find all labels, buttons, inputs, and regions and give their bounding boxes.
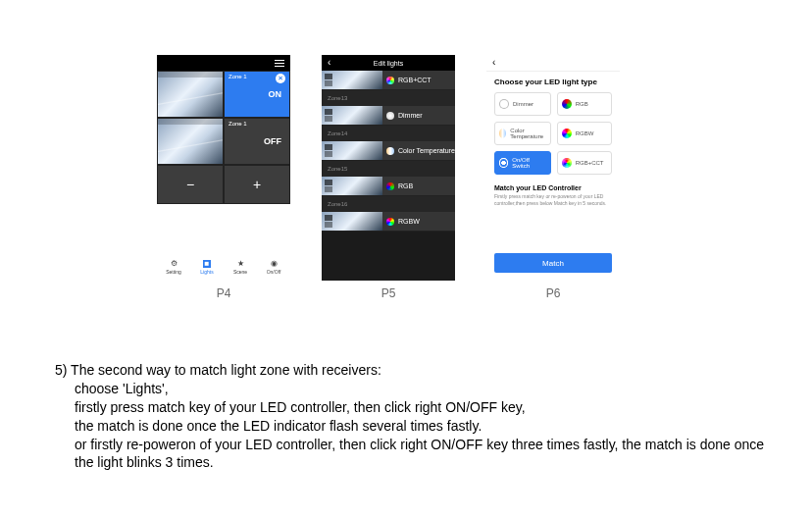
- p5-title: Edit lights: [374, 60, 403, 67]
- nav-label: On/Off: [267, 269, 281, 275]
- nav-setting[interactable]: ⚙Setting: [157, 253, 190, 281]
- instr-line: choose 'Lights',: [55, 380, 773, 398]
- back-icon[interactable]: ‹: [328, 57, 330, 68]
- zone-divider: Zone13: [322, 90, 455, 106]
- nav-label: Lights: [200, 269, 213, 275]
- list-item[interactable]: Dimmer: [322, 106, 455, 126]
- p6-header: ‹: [486, 55, 620, 72]
- caption-p6: P6: [486, 286, 620, 300]
- rgbcct-icon: [562, 158, 572, 168]
- zone-state-off: OFF: [264, 136, 281, 146]
- zone-thumbnail: [322, 71, 382, 89]
- minus-button[interactable]: −: [157, 165, 224, 204]
- dimmer-icon: [499, 99, 509, 109]
- p5-header: ‹ Edit lights: [322, 55, 455, 71]
- rgbw-icon: [562, 129, 572, 138]
- nav-label: Setting: [166, 269, 181, 275]
- option-label: RGB+CCT: [576, 160, 604, 166]
- light-type-label: RGB: [398, 182, 413, 189]
- phone-p5: ‹ Edit lights RGB+CCT Zone13 Dimmer Zone…: [322, 55, 455, 281]
- zone-divider: Zone14: [322, 126, 455, 141]
- instr-line: 5) The second way to match light zone wi…: [55, 361, 773, 380]
- zone-thumbnail[interactable]: [157, 71, 224, 118]
- zone-tile-on[interactable]: Zone 1 × ON: [224, 71, 290, 118]
- p4-zone-grid: Zone 1 × ON Zone 1 OFF − +: [157, 71, 290, 204]
- caption-p5: P5: [322, 286, 455, 300]
- caption-p4: P4: [157, 286, 290, 300]
- light-type-label: RGB+CCT: [398, 77, 431, 83]
- screenshot-p5: ‹ Edit lights RGB+CCT Zone13 Dimmer Zone…: [322, 55, 455, 300]
- light-type-label: Dimmer: [398, 112, 423, 119]
- light-type-label: Color Temperature: [398, 147, 455, 154]
- zone-label: Zone 1: [228, 74, 247, 79]
- list-item[interactable]: RGB: [322, 177, 455, 196]
- option-rgb[interactable]: RGB: [557, 92, 612, 116]
- option-label: Dimmer: [513, 101, 533, 107]
- color-temperature-icon: [499, 129, 506, 138]
- screenshot-p4: Zone 1 × ON Zone 1 OFF − + ⚙Setting ■Lig…: [157, 55, 290, 300]
- p4-header: [157, 55, 290, 71]
- instruction-text: 5) The second way to match light zone wi…: [55, 361, 773, 472]
- list-item[interactable]: RGBW: [322, 212, 455, 232]
- instr-line: the match is done once the LED indicator…: [55, 417, 773, 436]
- list-item[interactable]: Color Temperature: [322, 141, 455, 161]
- zone-thumbnail: [322, 106, 382, 125]
- power-icon: [499, 158, 508, 168]
- power-icon: ◉: [270, 260, 278, 268]
- color-temperature-icon: [386, 147, 394, 155]
- star-icon: ★: [236, 260, 244, 268]
- close-icon[interactable]: ×: [276, 74, 285, 83]
- zone-thumbnail: [322, 141, 382, 160]
- zone-tile-off[interactable]: Zone 1 OFF: [224, 118, 290, 165]
- dimmer-icon: [386, 112, 394, 120]
- option-rgbw[interactable]: RGBW: [557, 122, 612, 145]
- p4-bottom-nav: ⚙Setting ■Lights ★Scene ◉On/Off: [157, 253, 290, 281]
- rgbcct-icon: [386, 77, 394, 84]
- menu-icon[interactable]: [275, 60, 284, 67]
- p6-heading: Choose your LED light type: [486, 72, 620, 92]
- screenshots-row: Zone 1 × ON Zone 1 OFF − + ⚙Setting ■Lig…: [157, 55, 620, 300]
- document-page: Zone 1 × ON Zone 1 OFF − + ⚙Setting ■Lig…: [0, 0, 812, 518]
- instr-line: or firstly re-poweron of your LED contro…: [55, 436, 773, 473]
- nav-lights[interactable]: ■Lights: [190, 253, 224, 281]
- option-label: On/Off Switch: [512, 157, 545, 169]
- nav-onoff[interactable]: ◉On/Off: [257, 253, 290, 281]
- zone-thumbnail[interactable]: [157, 118, 224, 165]
- zone-thumbnail: [322, 177, 382, 195]
- list-item[interactable]: RGB+CCT: [322, 71, 455, 90]
- option-label: RGB: [576, 101, 588, 107]
- rgb-icon: [562, 99, 572, 109]
- match-subheading: Match your LED Controller: [486, 175, 620, 193]
- square-icon: ■: [203, 260, 211, 268]
- phone-p6: ‹ Choose your LED light type Dimmer RGB …: [486, 55, 620, 281]
- option-label: RGBW: [576, 130, 594, 136]
- zone-divider: Zone16: [322, 196, 455, 212]
- plus-button[interactable]: +: [224, 165, 290, 204]
- option-label: Color Temperature: [510, 128, 545, 139]
- light-type-label: RGBW: [398, 218, 420, 225]
- zone-thumbnail: [322, 212, 382, 231]
- light-type-grid: Dimmer RGB Color Temperature RGBW On/Off…: [486, 92, 620, 175]
- rgbw-icon: [386, 218, 394, 226]
- match-instructions: Firstly press match key or re-poweron of…: [486, 193, 620, 206]
- instr-line: firstly press match key of your LED cont…: [55, 398, 773, 417]
- p5-list: RGB+CCT Zone13 Dimmer Zone14 Color Tempe…: [322, 71, 455, 232]
- option-color-temperature[interactable]: Color Temperature: [494, 122, 551, 145]
- match-button[interactable]: Match: [494, 253, 612, 273]
- zone-divider: Zone15: [322, 161, 455, 177]
- zone-state-on: ON: [269, 89, 282, 99]
- rgb-icon: [386, 182, 394, 190]
- option-onoff-switch[interactable]: On/Off Switch: [494, 151, 551, 175]
- phone-p4: Zone 1 × ON Zone 1 OFF − + ⚙Setting ■Lig…: [157, 55, 290, 281]
- nav-label: Scene: [233, 269, 247, 275]
- nav-scene[interactable]: ★Scene: [224, 253, 257, 281]
- back-icon[interactable]: ‹: [492, 57, 495, 68]
- zone-label: Zone 1: [228, 121, 247, 127]
- option-dimmer[interactable]: Dimmer: [494, 92, 551, 116]
- option-rgbcct[interactable]: RGB+CCT: [557, 151, 612, 175]
- gear-icon: ⚙: [170, 260, 178, 268]
- screenshot-p6: ‹ Choose your LED light type Dimmer RGB …: [486, 55, 620, 300]
